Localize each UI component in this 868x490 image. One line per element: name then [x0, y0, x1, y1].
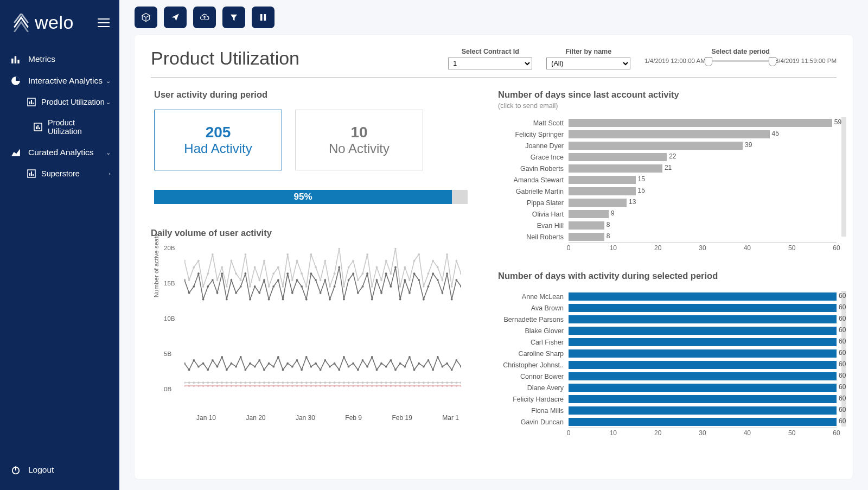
svg-point-226 — [305, 381, 308, 384]
hbar-row[interactable]: Gavin Duncan60 — [498, 416, 837, 428]
hbar-row[interactable]: Carl Fisher60 — [498, 336, 837, 348]
hbar-row[interactable]: Connor Bower60 — [498, 371, 837, 382]
hbar-row[interactable]: Felicity Hardacre60 — [498, 393, 837, 405]
hbar-name: Joanne Dyer — [498, 142, 569, 150]
hbar-row[interactable]: Ava Brown60 — [498, 302, 837, 314]
kpi-no-activity[interactable]: 10 No Activity — [295, 110, 423, 170]
hbar-row[interactable]: Evan Hill8 — [498, 220, 837, 231]
toolbar-upload-button[interactable] — [193, 7, 216, 28]
name-select[interactable]: (All) — [546, 58, 630, 69]
hbar-row[interactable]: Joanne Dyer39 — [498, 140, 837, 151]
svg-point-64 — [390, 272, 392, 275]
toolbar-columns-button[interactable] — [252, 7, 275, 28]
since-activity-subtitle: (click to send email) — [498, 102, 837, 110]
svg-point-125 — [394, 266, 397, 269]
hbar-name: Connor Bower — [498, 373, 569, 380]
power-icon — [11, 465, 21, 475]
hbar-row[interactable]: Gabrielle Martin15 — [498, 186, 837, 197]
svg-point-51 — [329, 285, 331, 288]
svg-point-84 — [202, 298, 205, 301]
hbar-name: Blake Glover — [498, 327, 569, 335]
nav-label: Superstore — [41, 169, 108, 178]
hbar-row[interactable]: Blake Glover60 — [498, 325, 837, 336]
svg-rect-11 — [39, 128, 40, 129]
kpi-active-value: 205 — [206, 124, 231, 141]
area-chart-icon — [11, 148, 21, 157]
daily-volume-chart[interactable]: Number of active seats 20B15B10B5B0B Jan… — [164, 248, 471, 411]
hbar-row[interactable]: Christopher Johnst..60 — [498, 359, 837, 371]
since-activity-chart[interactable]: Matt Scott59Felicity Springer45Joanne Dy… — [498, 117, 837, 252]
kpi-had-activity[interactable]: 205 Had Activity — [154, 110, 282, 170]
date-range-slider[interactable] — [708, 60, 773, 62]
hbar-row[interactable]: Bernadette Parsons60 — [498, 314, 837, 325]
hbar-row[interactable]: Olivia Hart9 — [498, 208, 837, 220]
chart-scrollbar[interactable] — [841, 117, 846, 237]
hbar-row[interactable]: Fiona Mills60 — [498, 405, 837, 416]
nav-item-curated-analytics[interactable]: Curated Analytics ⌄ — [0, 142, 119, 163]
svg-point-120 — [371, 298, 373, 301]
svg-point-245 — [394, 381, 397, 384]
main: Product Utilization Select Contract Id 1… — [119, 0, 868, 490]
svg-point-259 — [460, 381, 461, 384]
svg-point-164 — [296, 359, 298, 361]
svg-point-186 — [399, 362, 401, 365]
svg-rect-2 — [17, 60, 19, 63]
logout-button[interactable]: Logout — [0, 465, 119, 475]
svg-point-50 — [324, 260, 326, 262]
svg-point-287 — [310, 385, 312, 387]
hbar-row[interactable]: Pippa Slater13 — [498, 197, 837, 208]
svg-point-32 — [240, 279, 242, 281]
hbar-row[interactable]: Gavin Roberts21 — [498, 163, 837, 174]
svg-point-119 — [366, 272, 368, 275]
hbar-value: 60 — [839, 326, 846, 334]
svg-point-101 — [282, 298, 284, 301]
menu-toggle-button[interactable] — [98, 18, 110, 27]
svg-point-233 — [338, 381, 340, 384]
svg-point-100 — [277, 279, 279, 281]
svg-point-247 — [404, 381, 406, 384]
hbar-row[interactable]: Neil Roberts8 — [498, 231, 837, 243]
svg-point-43 — [291, 279, 293, 281]
hbar-row[interactable]: Caroline Sharp60 — [498, 348, 837, 359]
user-activity-title: User activity during period — [151, 90, 471, 100]
toolbar-cube-button[interactable] — [135, 7, 157, 28]
nav-subitem-product-utilization-view[interactable]: Product Utilization — [0, 112, 119, 142]
svg-point-270 — [231, 385, 233, 387]
svg-point-142 — [193, 359, 195, 361]
toolbar-send-button[interactable] — [164, 7, 187, 28]
svg-point-86 — [212, 279, 214, 281]
svg-point-130 — [418, 279, 420, 281]
svg-point-63 — [385, 260, 387, 262]
svg-point-146 — [212, 359, 214, 361]
nav-subitem-superstore[interactable]: Superstore › — [0, 163, 119, 184]
svg-point-201 — [188, 381, 190, 384]
svg-point-128 — [409, 292, 411, 294]
nav-subitem-product-utilization[interactable]: Product Utilization ⌄ — [0, 92, 119, 112]
svg-point-156 — [258, 359, 260, 361]
svg-point-112 — [334, 285, 336, 288]
svg-point-136 — [446, 272, 448, 275]
svg-point-71 — [423, 285, 425, 288]
nav-item-interactive-analytics[interactable]: Interactive Analytics ⌄ — [0, 70, 119, 92]
hbar-row[interactable]: Amanda Stewart15 — [498, 174, 837, 186]
svg-point-92 — [240, 285, 242, 288]
svg-point-276 — [258, 385, 260, 387]
hbar-row[interactable]: Anne McLean60 — [498, 291, 837, 302]
toolbar-filter-button[interactable] — [222, 7, 245, 28]
svg-point-40 — [277, 266, 279, 269]
nav-item-metrics[interactable]: Metrics — [0, 48, 119, 70]
svg-point-230 — [324, 381, 326, 384]
svg-point-200 — [184, 381, 186, 384]
hbar-row[interactable]: Felicity Springer45 — [498, 129, 837, 140]
svg-point-37 — [263, 260, 265, 262]
svg-point-212 — [240, 381, 242, 384]
hbar-row[interactable]: Grace Ince22 — [498, 151, 837, 163]
hbar-name: Gabrielle Martin — [498, 188, 569, 195]
svg-point-131 — [423, 298, 425, 301]
svg-point-229 — [320, 381, 322, 384]
hbar-row[interactable]: Diane Avery60 — [498, 382, 837, 393]
with-activity-chart[interactable]: Anne McLean60Ava Brown60Bernadette Parso… — [498, 291, 837, 437]
hbar-name: Neil Roberts — [498, 233, 569, 241]
hbar-row[interactable]: Matt Scott59 — [498, 117, 837, 129]
contract-select[interactable]: 1 — [448, 58, 532, 69]
